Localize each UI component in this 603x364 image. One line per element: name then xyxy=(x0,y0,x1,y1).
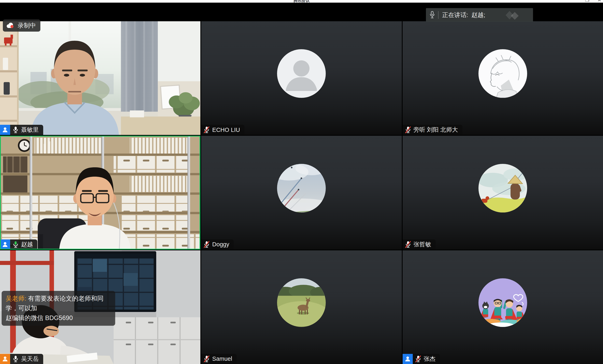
participant-tile-wu-tianyue[interactable]: 吴老师: 有需要发表论文的老师和同学，可以加 赵编辑的微信 BDG5690 吴天… xyxy=(0,250,200,364)
participant-label: Samuel xyxy=(201,354,236,364)
chat-message-overlay: 吴老师: 有需要发表论文的老师和同学，可以加 赵编辑的微信 BDG5690 xyxy=(2,291,115,326)
participant-name: 聂敏里 xyxy=(21,126,39,134)
person-icon xyxy=(0,354,10,364)
microphone-icon xyxy=(12,355,19,363)
speaking-prefix: 正在讲话: xyxy=(442,11,468,19)
participant-tile-nie-minli[interactable]: 聂敏里 xyxy=(0,21,200,135)
participant-name: Samuel xyxy=(212,355,232,362)
divider xyxy=(438,11,439,19)
participant-label: 吴天岳 xyxy=(0,354,43,364)
microphone-muted-icon xyxy=(405,241,411,248)
restore-window-button[interactable]: ❐ xyxy=(585,0,589,3)
participant-tile-doggy[interactable]: Doggy xyxy=(201,136,402,249)
speaking-speaker-name: 赵越; xyxy=(471,11,485,19)
video-feed-bookshelf-room xyxy=(0,136,200,249)
microphone-muted-icon xyxy=(415,355,421,363)
participant-label: 张杰 xyxy=(403,354,440,364)
avatar-deer-field xyxy=(277,278,326,327)
microphone-icon xyxy=(12,126,19,133)
participant-label: 张哲敏 xyxy=(403,239,436,250)
recording-label: 录制中 xyxy=(18,22,36,30)
avatar-anime-sketch xyxy=(478,49,527,98)
microphone-muted-icon xyxy=(405,126,411,133)
microphone-muted-icon xyxy=(204,126,210,133)
participant-grid: 聂敏里 ECHO LIU xyxy=(0,21,603,364)
avatar-airshow-sky xyxy=(277,164,326,212)
participant-tile-zhang-jie[interactable]: 张杰 xyxy=(403,250,603,364)
participant-label: 旁听 刘阳 北师大 xyxy=(403,125,463,135)
video-feed-office-window xyxy=(0,21,200,135)
avatar-bear-kite-illustration xyxy=(478,164,527,212)
participant-name: 吴天岳 xyxy=(21,355,39,363)
microphone-muted-icon xyxy=(204,241,210,248)
participant-name: ECHO LIU xyxy=(212,127,240,133)
participant-name: 赵越 xyxy=(21,241,33,249)
participant-label: Doggy xyxy=(201,239,234,250)
participant-tile-zhang-zhemin[interactable]: 张哲敏 xyxy=(403,136,603,249)
participant-tile-samuel[interactable]: Samuel xyxy=(201,250,402,364)
participant-tile-liu-yang[interactable]: 旁听 刘阳 北师大 xyxy=(403,21,603,135)
participant-tile-zhao-yue[interactable]: 赵越 xyxy=(0,136,200,249)
person-icon xyxy=(403,354,413,364)
microphone-muted-icon xyxy=(204,355,210,363)
chat-sender: 吴老师: xyxy=(6,295,26,302)
window-titlebar: 腾讯会议 ❐ ✕ xyxy=(0,0,603,3)
participant-name: 张哲敏 xyxy=(414,241,431,249)
avatar-default-silhouette xyxy=(277,49,326,98)
speaking-indicator: 正在讲话: 赵越; xyxy=(426,8,533,22)
person-icon xyxy=(0,125,10,135)
recording-badge: 录制中 xyxy=(3,20,40,32)
participant-name: 张杰 xyxy=(424,355,435,363)
window-title: 腾讯会议 xyxy=(0,0,603,3)
participant-name: 旁听 刘阳 北师大 xyxy=(414,126,458,134)
close-window-button[interactable]: ✕ xyxy=(598,0,601,3)
person-icon xyxy=(0,239,10,250)
participant-tile-echo-liu[interactable]: ECHO LIU xyxy=(201,21,402,135)
participant-label: ECHO LIU xyxy=(201,125,244,135)
participant-label: 聂敏里 xyxy=(0,125,43,135)
cloud-record-icon xyxy=(6,22,15,29)
microphone-active-icon xyxy=(12,241,19,248)
avatar-superhero-family xyxy=(478,278,527,327)
participant-name: Doggy xyxy=(212,241,229,248)
tencent-meeting-logo xyxy=(505,10,520,20)
chat-text: 赵编辑的微信 BDG5690 xyxy=(6,313,111,323)
participant-label: 赵越 xyxy=(0,239,37,250)
chat-line: 吴老师: 有需要发表论文的老师和同学，可以加 xyxy=(6,294,111,313)
microphone-icon xyxy=(429,11,435,19)
